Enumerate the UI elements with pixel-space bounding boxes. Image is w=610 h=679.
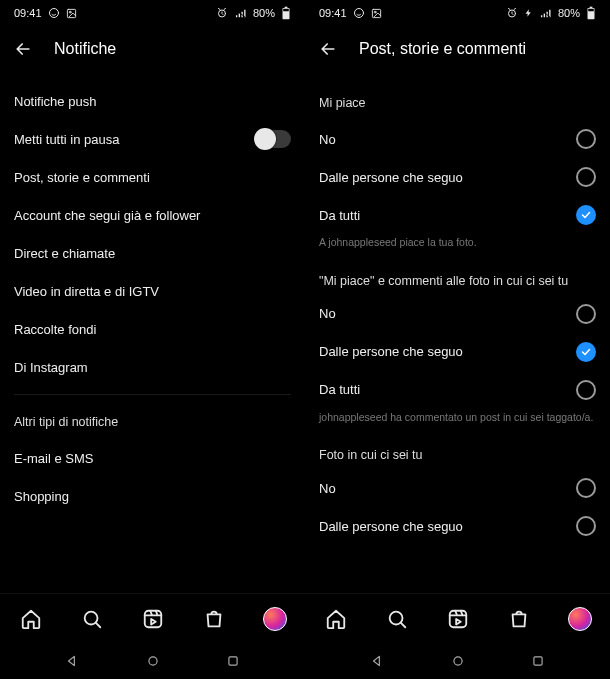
item-following-followers[interactable]: Account che segui già e follower [14,196,291,234]
tab-shop[interactable] [200,605,228,633]
whatsapp-icon [353,7,365,19]
option-poy-following[interactable]: Dalle persone che seguo [319,507,596,545]
tab-shop[interactable] [505,605,533,633]
battery-icon [586,6,596,20]
pause-toggle[interactable] [255,130,291,148]
tab-reels[interactable] [444,605,472,633]
radio[interactable] [576,304,596,324]
back-button[interactable] [317,38,339,60]
tab-home[interactable] [17,605,45,633]
svg-point-0 [49,9,58,18]
svg-rect-23 [534,657,542,665]
item-label: Di Instagram [14,360,88,375]
option-label: Da tutti [319,208,360,223]
item-label: Direct e chiamate [14,246,115,261]
signal-icon [234,8,247,19]
item-shopping[interactable]: Shopping [14,477,291,515]
section-label-text: Altri tipi di notifiche [14,415,118,429]
item-posts-stories-comments[interactable]: Post, storie e commenti [14,158,291,196]
svg-rect-1 [67,9,75,17]
tab-search[interactable] [78,605,106,633]
item-label: Post, storie e commenti [14,170,150,185]
avatar [263,607,287,631]
image-icon [371,8,382,19]
nav-recent[interactable] [224,652,242,670]
appbar: Post, storie e commenti [305,26,610,72]
svg-point-2 [69,11,71,13]
nav-back[interactable] [63,652,81,670]
settings-list: Notifiche push Metti tutti in pausa Post… [0,72,305,593]
tab-bar [305,593,610,643]
section-label-text: Mi piace [319,96,366,110]
svg-rect-21 [449,610,466,627]
option-likes-no[interactable]: No [319,120,596,158]
svg-line-16 [541,9,550,16]
tab-profile[interactable] [566,605,594,633]
item-pause-all[interactable]: Metti tutti in pausa [14,120,291,158]
phone-left: 09:41 80% Notifiche Notifiche push [0,0,305,679]
tab-reels[interactable] [139,605,167,633]
option-likes-following[interactable]: Dalle persone che seguo [319,158,596,196]
radio[interactable] [576,380,596,400]
settings-list: Mi piace No Dalle persone che seguo Da t… [305,72,610,593]
option-label: No [319,481,336,496]
tab-profile[interactable] [261,605,289,633]
tab-bar [0,593,305,643]
option-lct-no[interactable]: No [319,295,596,333]
battery-label: 80% [253,7,275,19]
item-live-igtv[interactable]: Video in diretta e di IGTV [14,272,291,310]
example-text: A johnappleseed piace la tua foto. [319,234,596,257]
option-likes-everyone[interactable]: Da tutti [319,196,596,234]
radio[interactable] [576,516,596,536]
svg-point-12 [354,9,363,18]
item-label: Video in diretta e di IGTV [14,284,159,299]
option-lct-following[interactable]: Dalle persone che seguo [319,333,596,371]
section-label-text: "Mi piace" e commenti alle foto in cui c… [319,274,568,288]
item-label: Raccolte fondi [14,322,96,337]
tab-search[interactable] [383,605,411,633]
section-other-notifications: Altri tipi di notifiche [14,401,291,439]
signal-icon [539,8,552,19]
nav-home[interactable] [449,652,467,670]
option-label: Dalle persone che seguo [319,170,463,185]
page-title: Notifiche [54,40,116,58]
status-time: 09:41 [14,7,42,19]
option-poy-no[interactable]: No [319,469,596,507]
section-label-text: Foto in cui ci sei tu [319,448,423,462]
item-fundraisers[interactable]: Raccolte fondi [14,310,291,348]
nav-recent[interactable] [529,652,547,670]
back-button[interactable] [12,38,34,60]
option-label: Dalle persone che seguo [319,519,463,534]
phone-right: 09:41 80% Post, storie e commenti Mi pia [305,0,610,679]
item-direct-calls[interactable]: Direct e chiamate [14,234,291,272]
item-push-notifications[interactable]: Notifiche push [14,82,291,120]
svg-rect-19 [588,9,594,11]
option-label: No [319,306,336,321]
section-likes: Mi piace [319,82,596,120]
item-label: E-mail e SMS [14,451,93,466]
image-icon [66,8,77,19]
radio[interactable] [576,342,596,362]
option-lct-everyone[interactable]: Da tutti [319,371,596,409]
status-time: 09:41 [319,7,347,19]
option-label: Dalle persone che seguo [319,344,463,359]
option-label: No [319,132,336,147]
charging-icon [524,7,533,19]
radio[interactable] [576,205,596,225]
item-email-sms[interactable]: E-mail e SMS [14,439,291,477]
radio[interactable] [576,478,596,498]
item-label: Account che segui già e follower [14,208,200,223]
nav-back[interactable] [368,652,386,670]
section-photos-of-you: Foto in cui ci sei tu [319,431,596,469]
radio[interactable] [576,167,596,187]
section-likes-comments-tagged: "Mi piace" e commenti alle foto in cui c… [319,257,596,295]
nav-home[interactable] [144,652,162,670]
svg-point-14 [374,11,376,13]
example-text: johnappleseed ha commentato un post in c… [319,409,596,432]
svg-rect-9 [144,610,161,627]
tab-home[interactable] [322,605,350,633]
radio[interactable] [576,129,596,149]
appbar: Notifiche [0,26,305,72]
system-nav [305,643,610,679]
item-from-instagram[interactable]: Di Instagram [14,348,291,386]
